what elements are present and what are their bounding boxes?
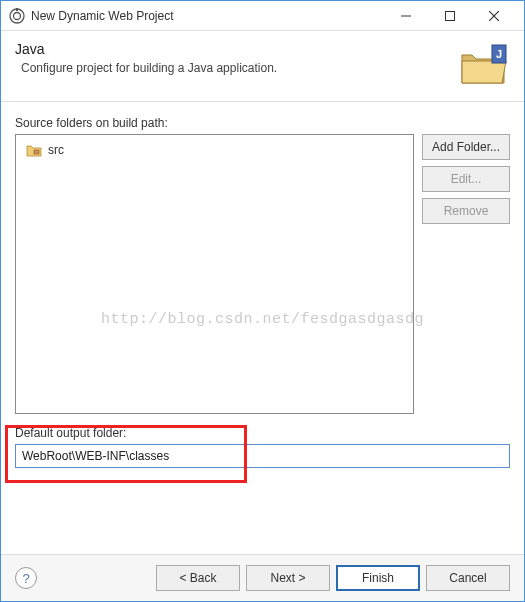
svg-rect-2 (16, 8, 18, 11)
svg-point-1 (14, 12, 21, 19)
window-title: New Dynamic Web Project (31, 9, 384, 23)
back-button[interactable]: < Back (156, 565, 240, 591)
maximize-button[interactable] (428, 2, 472, 30)
svg-rect-4 (446, 11, 455, 20)
next-button[interactable]: Next > (246, 565, 330, 591)
remove-folder-button: Remove (422, 198, 510, 224)
edit-folder-button: Edit... (422, 166, 510, 192)
wizard-footer: ? < Back Next > Finish Cancel (1, 554, 524, 601)
package-folder-icon (26, 143, 42, 157)
add-folder-button[interactable]: Add Folder... (422, 134, 510, 160)
output-folder-input[interactable] (15, 444, 510, 468)
source-folders-label: Source folders on build path: (15, 116, 510, 130)
wizard-header: Java Configure project for building a Ja… (1, 31, 524, 102)
tree-item-label: src (48, 143, 64, 157)
titlebar: New Dynamic Web Project (1, 1, 524, 31)
output-folder-label: Default output folder: (15, 426, 510, 440)
cancel-button[interactable]: Cancel (426, 565, 510, 591)
page-title: Java (15, 41, 458, 57)
page-description: Configure project for building a Java ap… (15, 61, 458, 75)
svg-text:J: J (496, 48, 502, 60)
finish-button[interactable]: Finish (336, 565, 420, 591)
source-folders-tree[interactable]: src (15, 134, 414, 414)
minimize-button[interactable] (384, 2, 428, 30)
svg-rect-9 (34, 150, 39, 154)
tree-item-src[interactable]: src (22, 141, 407, 159)
help-button[interactable]: ? (15, 567, 37, 589)
svg-point-0 (10, 9, 24, 23)
java-folder-icon: J (458, 41, 510, 89)
close-button[interactable] (472, 2, 516, 30)
folder-action-buttons: Add Folder... Edit... Remove (422, 134, 510, 414)
app-icon (9, 8, 25, 24)
wizard-content: Source folders on build path: src Add Fo… (1, 102, 524, 476)
output-folder-section: Default output folder: (15, 426, 510, 468)
